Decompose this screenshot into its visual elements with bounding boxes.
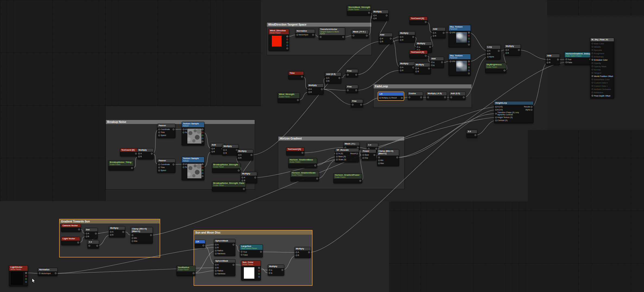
heightlerp-in-pin-2[interactable] xyxy=(495,113,497,114)
node-sun_switch[interactable]: LargeSunStatic Switch ParamTrueFalse xyxy=(240,244,263,257)
dot1-in-pin-0[interactable] xyxy=(86,233,87,234)
lightvec_param-out-pin-2[interactable] xyxy=(25,278,27,280)
sky_tex1-in-pin-0[interactable] xyxy=(450,32,451,33)
multiply_m-out-pin-0[interactable] xyxy=(282,269,283,271)
sky_tex2-in-pin-0[interactable] xyxy=(450,61,451,62)
node-add_d[interactable]: AddAB xyxy=(546,54,560,65)
panner1-in-pin-0[interactable] xyxy=(158,129,160,130)
node-multiply_j[interactable]: MultiplyAB xyxy=(237,149,254,160)
node-header[interactable]: TexCoord [0] xyxy=(286,148,304,151)
multiply_neg-out-pin-0[interactable] xyxy=(444,97,446,98)
sky_tex2-out-pin-1[interactable] xyxy=(468,64,470,65)
node-panner2[interactable]: PannerCoordinateTimeSpeed xyxy=(157,159,175,173)
const5-out-pin-0[interactable] xyxy=(475,134,476,136)
node-normalize1[interactable]: NormalizeVectorInput xyxy=(295,29,315,37)
texsample2-out-pin-0[interactable] xyxy=(202,163,203,165)
transform_vector-in-pin-0[interactable] xyxy=(320,36,321,38)
clamp1-in-pin-1[interactable] xyxy=(378,160,380,161)
heightlerp-in-pin-1[interactable] xyxy=(495,109,497,111)
node-multiply_c[interactable]: MultiplyAB xyxy=(399,62,415,73)
node-header[interactable]: Multiply xyxy=(241,172,257,175)
storm_strength-out-pin-0[interactable] xyxy=(368,12,370,14)
node-header[interactable]: Multiply xyxy=(399,62,415,65)
power1-in-pin-1[interactable] xyxy=(362,157,364,159)
multiply_d-in-pin-0[interactable] xyxy=(417,46,418,48)
node-header[interactable]: Add xyxy=(430,57,444,60)
multiply_c-in-pin-1[interactable] xyxy=(400,70,402,71)
multiply_b-in-pin-1[interactable] xyxy=(400,39,402,41)
node-multiply_h[interactable]: MultiplyAB xyxy=(137,148,154,159)
spheremask2-in-pin-0[interactable] xyxy=(215,264,217,266)
add_a-out-pin-0[interactable] xyxy=(390,38,392,39)
node-texcoord1[interactable]: TexCoord [0] xyxy=(409,17,428,25)
node-header[interactable]: Multiply xyxy=(416,42,432,45)
breakup_fade-out-pin-0[interactable] xyxy=(243,188,245,190)
node-horizon_base[interactable]: Horizon_GradientBaseScalar Param xyxy=(288,158,317,168)
multiply_n-in-pin-0[interactable] xyxy=(296,251,297,253)
node-header[interactable]: Multiply xyxy=(137,148,153,152)
node-power1[interactable]: PowerBaseExp xyxy=(361,149,376,160)
add_e-in-pin-0[interactable] xyxy=(211,148,213,150)
node-header[interactable]: 1-x xyxy=(88,240,99,244)
output-in-pin-7[interactable] xyxy=(592,66,593,67)
node-header[interactable]: HorizonGradient_DebugStatic Switch Param xyxy=(565,52,592,57)
add_e-in-pin-1[interactable] xyxy=(211,151,213,153)
node-heightlerp[interactable]: HeightLerpA (V3)B (V3)Transition Phase (… xyxy=(494,101,533,123)
texsample1-out-pin-0[interactable] xyxy=(202,129,203,130)
lightvec_param-out-pin-1[interactable] xyxy=(25,275,27,277)
comment-header[interactable]: Horizon Gradient xyxy=(278,136,404,141)
multiply_c-out-pin-0[interactable] xyxy=(412,67,414,68)
node-texsample2[interactable]: Texture SampleTextureUVsTex xyxy=(182,157,205,180)
texsample2-out-pin-3[interactable] xyxy=(202,172,203,174)
lightvec_param-out-pin-3[interactable] xyxy=(25,281,27,283)
node-lightvec_param[interactable]: LightVectorVector Param xyxy=(9,265,28,287)
output-in-pin-4[interactable] xyxy=(592,56,593,57)
clamp2-in-pin-0[interactable] xyxy=(132,234,133,236)
transform_vector-out-pin-0[interactable] xyxy=(342,36,344,38)
texsample2-in-pin-1[interactable] xyxy=(183,166,184,168)
texcoord3-out-pin-0[interactable] xyxy=(135,153,137,154)
multiply_g-in-pin-0[interactable] xyxy=(308,88,310,90)
comment-header[interactable]: Sun and Moon Disc xyxy=(194,231,312,235)
horizon_debug-in-pin-0[interactable] xyxy=(566,58,567,60)
frac2-in-pin-0[interactable] xyxy=(347,89,349,91)
texsample1-in-pin-1[interactable] xyxy=(183,132,184,133)
node-spheremask2[interactable]: SphereMaskABRadiusHardness xyxy=(214,259,235,276)
node-header[interactable]: Add xyxy=(379,33,392,36)
add_c-in-pin-0[interactable] xyxy=(431,61,433,63)
multiply_k-out-pin-0[interactable] xyxy=(254,177,256,178)
skybrightness-out-pin-0[interactable] xyxy=(504,70,505,71)
node-header[interactable]: Sky_TextureParam2D xyxy=(449,25,471,30)
add_05b-in-pin-0[interactable] xyxy=(450,97,452,98)
multiply_h-in-pin-0[interactable] xyxy=(138,153,140,154)
normalize1-in-pin-0[interactable] xyxy=(296,34,298,36)
multiply_e-in-pin-1[interactable] xyxy=(415,71,417,72)
node-header[interactable]: Panner xyxy=(157,159,175,162)
texsample1-out-pin-1[interactable] xyxy=(202,132,203,133)
node-sun_color[interactable]: Sun_ColorVector Param xyxy=(241,260,261,281)
node-sun_radius[interactable]: SunRadiusScalar Param xyxy=(176,266,195,276)
horizon_debug-in-pin-1[interactable] xyxy=(566,61,567,63)
node-header[interactable]: LightVectorVector Param xyxy=(9,266,28,271)
node-lr_node[interactable]: LRMultiply (1) Result xyxy=(378,92,404,100)
node-header[interactable]: Normalize xyxy=(296,29,315,33)
add_b-in-pin-1[interactable] xyxy=(433,35,434,37)
node-multiply_l[interactable]: MultiplyAB xyxy=(109,226,125,237)
texcoord2-out-pin-0[interactable] xyxy=(425,55,427,57)
sun_color-out-pin-3[interactable] xyxy=(258,276,260,278)
texcoord1-out-pin-0[interactable] xyxy=(425,21,427,23)
heightlerp-out-pin-1[interactable] xyxy=(531,109,532,111)
horizon_base-out-pin-0[interactable] xyxy=(314,165,316,166)
oneminus2-out-pin-0[interactable] xyxy=(96,245,98,247)
node-header[interactable]: Normalize xyxy=(38,268,57,271)
node-multiply_i[interactable]: MultiplyAB xyxy=(222,144,239,156)
node-time1[interactable]: Time xyxy=(288,71,304,79)
multiply_top-out-pin-0[interactable] xyxy=(386,15,387,16)
multiply_k-in-pin-0[interactable] xyxy=(242,177,243,178)
node-header[interactable]: SkyBrightnessScalar Param xyxy=(485,63,506,68)
sf_rescale-in-pin-1[interactable] xyxy=(336,156,338,157)
node-header[interactable]: Multiply xyxy=(237,150,253,153)
node-frac1[interactable]: Frac xyxy=(346,69,358,77)
sun_switch-out-pin-0[interactable] xyxy=(260,251,262,253)
panner2-in-pin-2[interactable] xyxy=(158,170,160,171)
